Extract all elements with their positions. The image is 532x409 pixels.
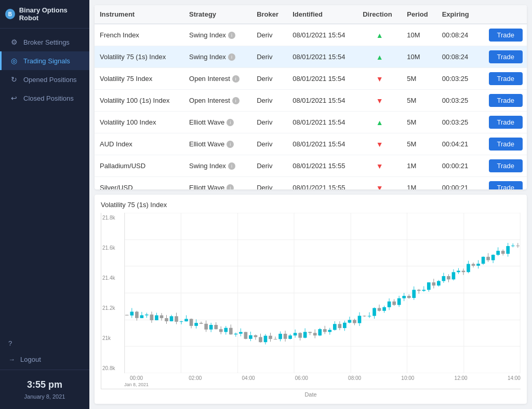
candle-body xyxy=(482,257,485,264)
candle-body xyxy=(244,332,248,339)
candle-body xyxy=(348,320,352,322)
cell-broker: Deriv xyxy=(251,68,287,90)
cell-identified: 08/01/2021 15:54 xyxy=(287,24,357,46)
strategy-label: Swing Indexi xyxy=(189,31,246,39)
trade-button[interactable]: Trade xyxy=(489,116,523,129)
app-logo-icon: B xyxy=(5,9,15,19)
candle-body xyxy=(338,324,342,328)
chart-y-labels: 21.8k21.6k21.4k21.2k21k20.8k xyxy=(101,213,124,373)
candle-body xyxy=(447,276,450,279)
table-header: Instrument Strategy Broker Identified Di… xyxy=(95,5,527,24)
sidebar-item-trading-signals[interactable]: ◎Trading Signals xyxy=(0,51,89,70)
trade-button[interactable]: Trade xyxy=(489,138,523,151)
direction-down-icon: ▼ xyxy=(376,97,383,105)
candle-body xyxy=(491,255,495,260)
sidebar-item-closed-positions[interactable]: ↩Closed Positions xyxy=(0,89,89,107)
col-identified: Identified xyxy=(287,5,357,24)
cell-period: 10M xyxy=(402,24,436,46)
signals-table-section: Instrument Strategy Broker Identified Di… xyxy=(95,5,527,189)
candle-body xyxy=(511,246,515,246)
strategy-info-icon[interactable]: i xyxy=(227,141,234,148)
trade-button[interactable]: Trade xyxy=(489,50,523,63)
sidebar-item-logout[interactable]: → Logout xyxy=(0,351,89,367)
candle-body xyxy=(249,335,252,339)
candle-body xyxy=(150,315,154,320)
trade-button[interactable]: Trade xyxy=(489,94,523,107)
candle-body xyxy=(353,320,356,323)
chart-svg xyxy=(125,213,521,373)
strategy-info-icon[interactable]: i xyxy=(227,119,234,126)
cell-direction: ▲ xyxy=(357,112,402,133)
chart-x-label: 10:00 xyxy=(401,375,414,381)
candle-body xyxy=(506,246,510,254)
trade-button[interactable]: Trade xyxy=(489,159,523,172)
col-broker: Broker xyxy=(251,5,287,24)
candle-body xyxy=(501,251,505,254)
cell-period: 10M xyxy=(402,46,436,68)
cell-strategy: Elliott Wavei xyxy=(184,177,251,190)
candle-body xyxy=(308,332,312,333)
cell-expiring: 00:08:24 xyxy=(437,24,478,46)
strategy-info-icon[interactable]: i xyxy=(228,162,235,170)
cell-instrument: French Index xyxy=(95,24,184,46)
chart-title: Volatility 75 (1s) Index xyxy=(101,201,521,209)
strategy-info-icon[interactable]: i xyxy=(228,53,235,61)
cell-expiring: 00:03:25 xyxy=(437,68,478,90)
candle-body xyxy=(422,290,425,291)
sidebar-nav: ⚙Broker Settings◎Trading Signals↻Opened … xyxy=(0,29,89,185)
trade-button[interactable]: Trade xyxy=(489,29,523,42)
cell-instrument: Palladium/USD xyxy=(95,155,184,177)
candle-body xyxy=(264,336,268,342)
cell-strategy: Elliott Wavei xyxy=(184,112,251,133)
col-action xyxy=(478,5,527,24)
candle-body xyxy=(224,328,228,332)
cell-action: Trade xyxy=(478,177,527,190)
cell-action: Trade xyxy=(478,46,527,68)
cell-period: 5M xyxy=(402,68,436,90)
chart-x-label: 14:00 xyxy=(508,375,521,381)
chart-x-label: 06:00 xyxy=(295,375,308,381)
candle-body xyxy=(476,264,480,266)
table-row: Volatility 100 (1s) Index Open Interesti… xyxy=(95,90,527,112)
sidebar-item-opened-positions[interactable]: ↻Opened Positions xyxy=(0,70,89,89)
trade-button[interactable]: Trade xyxy=(489,181,523,189)
chart-x-label: 08:00 xyxy=(348,375,361,381)
cell-broker: Deriv xyxy=(251,155,287,177)
strategy-info-icon[interactable]: i xyxy=(232,97,240,104)
cell-identified: 08/01/2021 15:55 xyxy=(287,155,357,177)
candle-body xyxy=(284,334,287,339)
candle-body xyxy=(229,328,233,335)
strategy-info-icon[interactable]: i xyxy=(232,75,240,83)
cell-expiring: 00:03:25 xyxy=(437,90,478,112)
cell-instrument: AUD Index xyxy=(95,133,184,155)
sidebar-item-help[interactable]: ? xyxy=(0,335,89,351)
chart-section: Volatility 75 (1s) Index 21.8k21.6k21.4k… xyxy=(95,195,527,404)
strategy-info-icon[interactable]: i xyxy=(228,32,235,39)
direction-down-icon: ▼ xyxy=(376,140,383,148)
app-title: Binary Options Robot xyxy=(19,6,84,22)
col-strategy: Strategy xyxy=(184,5,251,24)
trade-button[interactable]: Trade xyxy=(489,72,523,85)
candle-body xyxy=(373,308,376,316)
cell-identified: 08/01/2021 15:54 xyxy=(287,46,357,68)
sidebar-label-opened-positions: Opened Positions xyxy=(23,76,77,84)
cell-strategy: Swing Indexi xyxy=(184,46,251,68)
direction-down-icon: ▼ xyxy=(376,75,383,83)
sidebar-item-broker-settings[interactable]: ⚙Broker Settings xyxy=(0,33,89,51)
col-period: Period xyxy=(402,5,436,24)
signals-table: Instrument Strategy Broker Identified Di… xyxy=(95,5,527,189)
table-row: Palladium/USD Swing Indexi Deriv 08/01/2… xyxy=(95,155,527,177)
cell-action: Trade xyxy=(478,155,527,177)
candle-body xyxy=(457,271,460,272)
candle-body xyxy=(388,302,391,307)
cell-instrument: Volatility 100 (1s) Index xyxy=(95,90,184,112)
candle-body xyxy=(358,316,362,323)
candle-body xyxy=(259,337,262,342)
cell-instrument: Volatility 75 Index xyxy=(95,68,184,90)
cell-strategy: Open Interesti xyxy=(184,68,251,90)
main-content: Instrument Strategy Broker Identified Di… xyxy=(89,0,532,409)
sidebar-label-closed-positions: Closed Positions xyxy=(23,94,74,102)
table-row: French Index Swing Indexi Deriv 08/01/20… xyxy=(95,24,527,46)
strategy-info-icon[interactable]: i xyxy=(227,184,234,190)
candle-body xyxy=(328,330,331,332)
